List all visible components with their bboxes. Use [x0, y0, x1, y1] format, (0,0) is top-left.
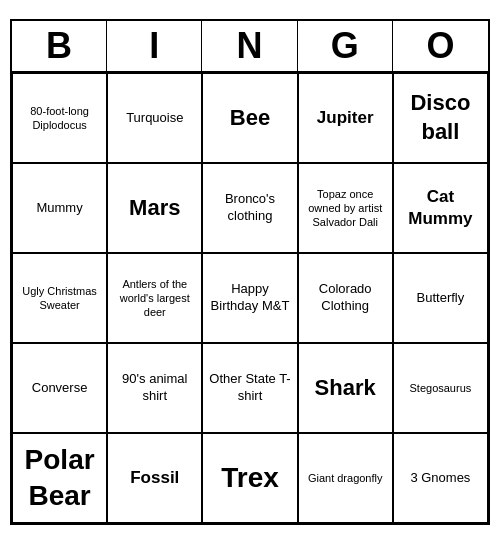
bingo-cell-21: Fossil [107, 433, 202, 523]
bingo-cell-9: Cat Mummy [393, 163, 488, 253]
bingo-cell-22: Trex [202, 433, 297, 523]
bingo-cell-15: Converse [12, 343, 107, 433]
bingo-grid: 80-foot-long DiplodocusTurquoiseBeeJupit… [12, 73, 488, 523]
bingo-cell-14: Butterfly [393, 253, 488, 343]
bingo-cell-5: Mummy [12, 163, 107, 253]
bingo-cell-1: Turquoise [107, 73, 202, 163]
bingo-cell-3: Jupiter [298, 73, 393, 163]
header-letter-i: I [107, 21, 202, 71]
bingo-cell-8: Topaz once owned by artist Salvador Dali [298, 163, 393, 253]
bingo-cell-10: Ugly Christmas Sweater [12, 253, 107, 343]
bingo-cell-19: Stegosaurus [393, 343, 488, 433]
header-letter-n: N [202, 21, 297, 71]
bingo-cell-12: Happy Birthday M&T [202, 253, 297, 343]
bingo-cell-7: Bronco's clothing [202, 163, 297, 253]
header-letter-b: B [12, 21, 107, 71]
bingo-cell-23: Giant dragonfly [298, 433, 393, 523]
bingo-cell-13: Colorado Clothing [298, 253, 393, 343]
bingo-cell-20: Polar Bear [12, 433, 107, 523]
bingo-cell-4: Disco ball [393, 73, 488, 163]
bingo-cell-6: Mars [107, 163, 202, 253]
bingo-card: BINGO 80-foot-long DiplodocusTurquoiseBe… [10, 19, 490, 525]
bingo-cell-17: Other State T-shirt [202, 343, 297, 433]
bingo-cell-24: 3 Gnomes [393, 433, 488, 523]
header-letter-g: G [298, 21, 393, 71]
header-letter-o: O [393, 21, 488, 71]
bingo-cell-0: 80-foot-long Diplodocus [12, 73, 107, 163]
bingo-cell-2: Bee [202, 73, 297, 163]
bingo-cell-18: Shark [298, 343, 393, 433]
bingo-cell-11: Antlers of the world's largest deer [107, 253, 202, 343]
bingo-cell-16: 90's animal shirt [107, 343, 202, 433]
bingo-header: BINGO [12, 21, 488, 73]
